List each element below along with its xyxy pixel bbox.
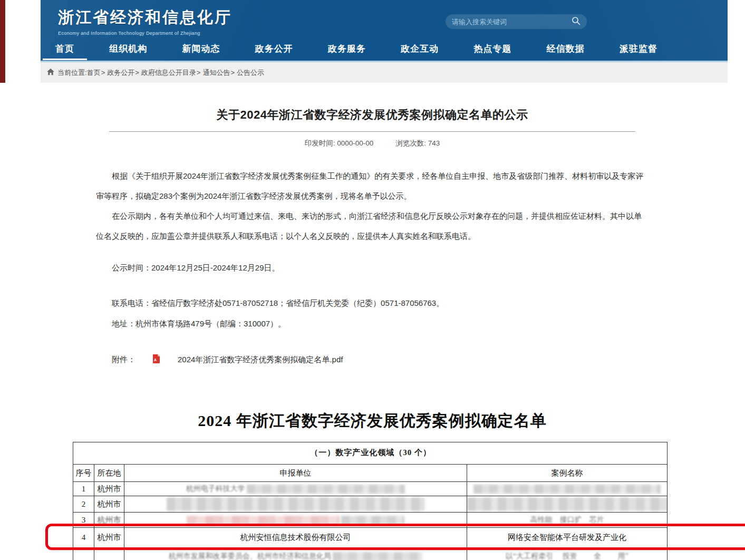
- nav-item-gov-disclosure[interactable]: 政务公开: [255, 38, 293, 60]
- cell-unit: [124, 513, 467, 528]
- search-box[interactable]: [446, 14, 587, 29]
- col-header-city: 所在地: [94, 465, 124, 482]
- document-title: 2024 年浙江省数字经济发展优秀案例拟确定名单: [96, 410, 649, 432]
- article-title: 关于2024年浙江省数字经济发展优秀案例拟确定名单的公示: [96, 107, 649, 123]
- home-icon: [47, 69, 54, 77]
- cell-case: [467, 496, 667, 513]
- table-row: 2 杭州市: [73, 496, 667, 513]
- cell-no: 5: [73, 548, 94, 560]
- redacted-block: [467, 497, 667, 511]
- redacted-block: [167, 497, 425, 511]
- page: 浙江省经济和信息化厅 Economy and Information Techn…: [0, 0, 745, 560]
- redacted-block: [341, 516, 404, 525]
- redacted-partial-text: 杭州电子科技大学: [186, 485, 245, 493]
- cell-no: 1: [73, 482, 94, 496]
- table-header-row: 序号 所在地 申报单位 案例名称: [73, 465, 667, 482]
- article: 关于2024年浙江省数字经济发展优秀案例拟确定名单的公示 印发时间: 0000-…: [96, 83, 649, 432]
- left-accent-strip: [0, 0, 5, 83]
- document-table-wrap: （一）数字产业化领域（30 个） 序号 所在地 申报单位 案例名称 1 杭州市 …: [73, 442, 667, 560]
- col-header-unit: 申报单位: [124, 465, 467, 482]
- main-nav: 首页 组织机构 新闻动态 政务公开 政务服务 政企互动 热点专题 经信数据 派驻…: [55, 38, 657, 60]
- cell-case: 网络安全智能体平台研发及产业化: [467, 528, 667, 548]
- search-input[interactable]: [452, 18, 572, 26]
- breadcrumb-item-home[interactable]: 首页: [87, 68, 101, 78]
- table-section-row: （一）数字产业化领域（30 个）: [73, 442, 667, 465]
- redacted-block: [473, 485, 661, 494]
- site-header: 浙江省经济和信息化厅 Economy and Information Techn…: [41, 0, 728, 61]
- cell-case: [467, 482, 667, 496]
- table-row: 5 杭州市 杭州市发展和改革委员会、杭州市经济和信息化局 ） 以“大工程牵引 投…: [73, 548, 667, 560]
- cell-city: 杭州市: [94, 513, 124, 528]
- table-section-header: （一）数字产业化领域（30 个）: [73, 442, 667, 465]
- redacted-block: [333, 552, 422, 560]
- redacted-partial-text: 高性能 接口扩 芯片: [530, 516, 604, 524]
- nav-item-supervision[interactable]: 派驻监督: [620, 38, 657, 60]
- redacted-partial-text: 以“大工程牵引 投资 全 用”: [506, 552, 667, 560]
- cell-city: 杭州市: [94, 548, 124, 560]
- views-value: 743: [428, 139, 440, 147]
- cell-unit: [124, 496, 467, 513]
- breadcrumb-prefix: 当前位置:: [57, 68, 87, 78]
- cell-city: 杭州市: [94, 528, 124, 548]
- contact-phones: 联系电话：省经信厅数字经济处0571-87052718；省经信厅机关党委（纪委）…: [96, 298, 649, 308]
- nav-item-data[interactable]: 经信数据: [547, 38, 585, 60]
- breadcrumb-item-catalog[interactable]: 政府信息公开目录: [141, 68, 196, 78]
- nav-item-news[interactable]: 新闻动态: [182, 38, 220, 60]
- nav-item-home[interactable]: 首页: [55, 38, 74, 60]
- site-logo-subtitle: Economy and Information Technology Depar…: [58, 31, 232, 36]
- nav-item-gov-services[interactable]: 政务服务: [328, 38, 366, 60]
- cell-city: 杭州市: [94, 482, 124, 496]
- pdf-icon: A: [137, 354, 160, 365]
- attachment-file-link[interactable]: 2024年浙江省数字经济优秀案例拟确定名单.pdf: [162, 355, 343, 365]
- article-meta: 印发时间: 0000-00-00 浏览次数: 743: [96, 139, 649, 148]
- col-header-no: 序号: [73, 465, 94, 482]
- nav-item-hot-topics[interactable]: 热点专题: [474, 38, 512, 60]
- redacted-block: [187, 516, 340, 525]
- table-row-highlighted: 4 杭州市 杭州安恒信息技术股份有限公司 网络安全智能体平台研发及产业化: [73, 528, 667, 548]
- paragraph-feedback: 在公示期内，各有关单位和个人均可通过来信、来电、来访的形式，向浙江省经济和信息化…: [96, 206, 649, 246]
- cell-unit: 杭州市发展和改革委员会、杭州市经济和信息化局 ）: [124, 548, 467, 560]
- table-row: 3 杭州市 高性能 接口扩 芯片: [73, 513, 667, 528]
- breadcrumb: 当前位置:首页> 政务公开> 政府信息公开目录> 通知公告> 公告公示: [41, 62, 728, 83]
- col-header-case: 案例名称: [467, 465, 667, 482]
- cases-table: （一）数字产业化领域（30 个） 序号 所在地 申报单位 案例名称 1 杭州市 …: [73, 442, 667, 560]
- paragraph-basis: 根据《关于组织开展2024年浙江省数字经济发展优秀案例征集工作的通知》的有关要求…: [96, 166, 649, 206]
- contact-address: 地址：杭州市体育场路479号（邮编：310007）。: [96, 319, 649, 329]
- site-logo: 浙江省经济和信息化厅 Economy and Information Techn…: [58, 7, 232, 36]
- print-time-label: 印发时间:: [305, 139, 335, 147]
- nav-item-gov-enterprise[interactable]: 政企互动: [401, 38, 439, 60]
- svg-text:A: A: [154, 358, 157, 362]
- breadcrumb-separator: >: [101, 69, 105, 76]
- views-label: 浏览次数:: [395, 139, 426, 147]
- site-logo-title: 浙江省经济和信息化厅: [58, 7, 232, 28]
- breadcrumb-separator: >: [197, 69, 201, 76]
- breadcrumb-separator: >: [230, 69, 235, 76]
- notice-period: 公示时间：2024年12月25日-2024年12月29日。: [96, 263, 649, 273]
- title-divider: [109, 131, 635, 132]
- breadcrumb-separator: >: [135, 69, 139, 76]
- redacted-block: [247, 485, 405, 494]
- nav-item-organization[interactable]: 组织机构: [109, 38, 147, 60]
- breadcrumb-item-notices[interactable]: 通知公告: [202, 68, 230, 78]
- breadcrumb-item-disclosure[interactable]: 政务公开: [107, 68, 134, 78]
- cell-case: 以“大工程牵引 投资 全 用” 态: [467, 548, 667, 560]
- attachment-row: 附件： A 2024年浙江省数字经济优秀案例拟确定名单.pdf: [96, 354, 649, 365]
- print-time-value: 0000-00-00: [337, 139, 373, 147]
- cell-no: 2: [73, 496, 94, 513]
- cell-unit: 杭州电子科技大学: [124, 482, 467, 496]
- cell-unit: 杭州安恒信息技术股份有限公司: [124, 528, 467, 548]
- cell-city: 杭州市: [94, 496, 124, 513]
- cell-no: 3: [73, 513, 94, 528]
- cell-case: 高性能 接口扩 芯片: [467, 513, 667, 528]
- attachment-label: 附件：: [96, 355, 136, 365]
- table-row: 1 杭州市 杭州电子科技大学: [73, 482, 667, 496]
- search-icon[interactable]: [572, 16, 580, 27]
- redacted-partial-text: 杭州市发展和改革委员会、杭州市经济和信息化局: [169, 552, 331, 560]
- cell-no: 4: [73, 528, 94, 548]
- breadcrumb-item-announcements[interactable]: 公告公示: [237, 68, 264, 78]
